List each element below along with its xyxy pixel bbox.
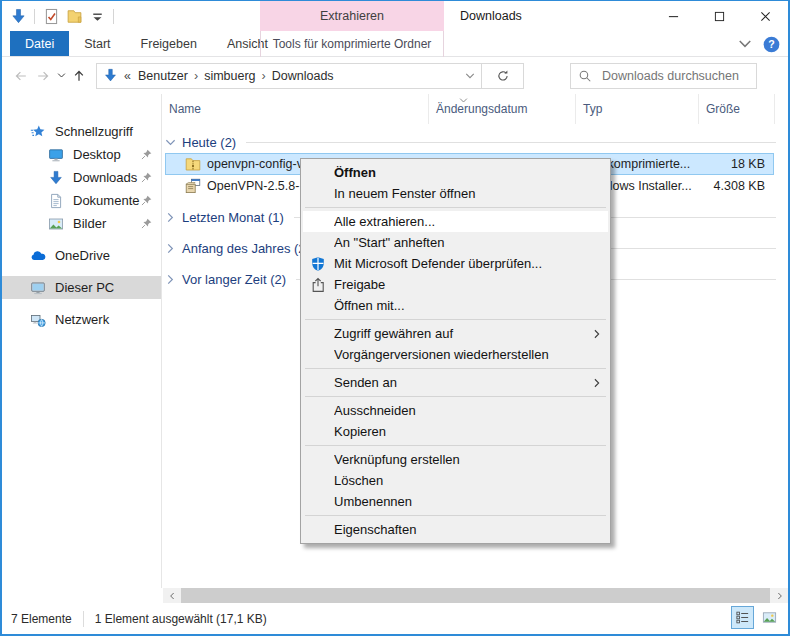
menu-item-verknüpfung-erstellen[interactable]: Verknüpfung erstellen <box>303 449 608 470</box>
file-size: 18 KB <box>700 157 773 171</box>
sidebar-item-downloads[interactable]: Downloads <box>2 166 161 189</box>
menu-item-vorgängerversionen-wiederherstellen[interactable]: Vorgängerversionen wiederherstellen <box>303 344 608 365</box>
main-area: SchnellzugriffDesktopDownloadsDokumenteB… <box>2 94 788 588</box>
column-header-label: Änderungsdatum <box>436 102 527 116</box>
column-header-size[interactable]: Größe <box>699 94 775 124</box>
chevron-down-icon[interactable] <box>165 137 176 148</box>
menu-item-freigabe[interactable]: Freigabe <box>303 274 608 295</box>
recent-locations-button[interactable] <box>54 64 68 88</box>
new-folder-icon <box>66 8 83 25</box>
sidebar-item-label: Downloads <box>73 170 137 185</box>
tab-start[interactable]: Start <box>69 31 125 56</box>
svg-text:?: ? <box>768 38 774 50</box>
tab-datei[interactable]: Datei <box>10 31 69 56</box>
installer-icon <box>185 178 201 194</box>
sidebar-item-label: Dokumente <box>73 193 139 208</box>
new-folder-button[interactable] <box>64 5 84 27</box>
search-box[interactable] <box>570 63 757 89</box>
forward-button[interactable] <box>32 64 54 88</box>
menu-item-in-neuem-fenster-öffnen[interactable]: In neuem Fenster öffnen <box>303 183 608 204</box>
breadcrumb-segment-simbuerg[interactable]: simbuerg <box>201 69 258 83</box>
thumbnails-view-icon <box>762 610 777 625</box>
menu-item-alle-extrahieren[interactable]: Alle extrahieren... <box>303 211 608 232</box>
menu-item-zugriff-gewähren-auf[interactable]: Zugriff gewähren auf <box>303 323 608 344</box>
nav-buttons <box>10 64 90 88</box>
maximize-button[interactable] <box>696 1 742 31</box>
scroll-left-arrow[interactable] <box>163 588 180 603</box>
thumbnails-view-button[interactable] <box>758 606 781 629</box>
quick-access-toolbar <box>2 5 117 27</box>
menu-item-mit-microsoft-defender-überprüfen[interactable]: Mit Microsoft Defender überprüfen... <box>303 253 608 274</box>
menu-item-eigenschaften[interactable]: Eigenschaften <box>303 519 608 540</box>
address-bar[interactable]: « Benutzer›simbuerg›Downloads <box>96 63 482 89</box>
menu-item-umbenennen[interactable]: Umbenennen <box>303 491 608 512</box>
horizontal-scrollbar[interactable] <box>163 588 788 603</box>
file-pane: NameÄnderungsdatumTypGröße Heute (2)open… <box>162 94 788 588</box>
address-dropdown-icon[interactable] <box>465 71 475 81</box>
chevron-right-icon[interactable] <box>165 274 176 285</box>
sidebar-item-netzwerk[interactable]: Netzwerk <box>2 308 161 331</box>
breadcrumb-collapsed-marker[interactable]: « <box>124 69 131 83</box>
downloads-icon <box>10 8 27 25</box>
tab-freigeben[interactable]: Freigeben <box>126 31 212 56</box>
sidebar-item-label: Netzwerk <box>55 312 109 327</box>
sidebar-item-dieser-pc[interactable]: Dieser PC <box>2 276 161 299</box>
column-header-date[interactable]: Änderungsdatum <box>429 94 576 124</box>
up-button[interactable] <box>68 64 90 88</box>
maximize-icon <box>714 11 725 22</box>
menu-item-kopieren[interactable]: Kopieren <box>303 421 608 442</box>
column-header-label: Typ <box>583 102 602 116</box>
breadcrumb-segment-benutzer[interactable]: Benutzer <box>135 69 191 83</box>
minimize-icon <box>668 11 679 22</box>
refresh-button[interactable] <box>482 63 524 89</box>
item-count: 7 Elemente <box>11 612 72 626</box>
sidebar-item-dokumente[interactable]: Dokumente <box>2 189 161 212</box>
help-button[interactable]: ? <box>763 36 780 53</box>
explorer-window: Extrahieren Downloads Datei StartFreigeb… <box>0 0 790 636</box>
scroll-right-arrow[interactable] <box>771 588 788 603</box>
menu-item-label: Umbenennen <box>334 494 602 509</box>
menu-separator <box>305 319 606 320</box>
column-header-name[interactable]: Name <box>162 94 429 124</box>
menu-item-senden-an[interactable]: Senden an <box>303 372 608 393</box>
window-title: Downloads <box>460 1 522 31</box>
search-input[interactable] <box>600 68 749 84</box>
status-divider <box>83 611 84 627</box>
menu-item-an-start-anheften[interactable]: An "Start" anheften <box>303 232 608 253</box>
menu-item-löschen[interactable]: Löschen <box>303 470 608 491</box>
menu-item-label: Zugriff gewähren auf <box>334 326 592 341</box>
minimize-button[interactable] <box>650 1 696 31</box>
window-menu-button[interactable] <box>8 5 28 27</box>
ribbon-collapse-button[interactable] <box>738 37 752 51</box>
sidebar-item-label: Schnellzugriff <box>55 124 133 139</box>
properties-check-icon <box>43 8 60 25</box>
menu-separator <box>305 368 606 369</box>
menu-separator <box>305 207 606 208</box>
status-bar: 7 Elemente 1 Element ausgewählt (17,1 KB… <box>2 603 788 634</box>
sidebar-item-schnellzugriff[interactable]: Schnellzugriff <box>2 120 161 143</box>
customize-qat-button[interactable] <box>87 5 107 27</box>
menu-item-ausschneiden[interactable]: Ausschneiden <box>303 400 608 421</box>
tab-tools-komprimierte-ordner[interactable]: Tools für komprimierte Ordner <box>260 31 444 57</box>
menu-item-label: Verknüpfung erstellen <box>334 452 602 467</box>
sidebar-item-label: Dieser PC <box>55 280 114 295</box>
menu-item-öffnen[interactable]: Öffnen <box>303 162 608 183</box>
sidebar-item-bilder[interactable]: Bilder <box>2 212 161 235</box>
group-label: Letzten Monat (1) <box>182 210 284 225</box>
scrollbar-thumb[interactable] <box>181 588 770 603</box>
chevron-right-icon[interactable] <box>165 212 176 223</box>
pin-icon <box>140 217 153 230</box>
group-header-heute-2[interactable]: Heute (2) <box>162 131 788 153</box>
properties-button[interactable] <box>41 5 61 27</box>
menu-item-label: Eigenschaften <box>334 522 602 537</box>
close-button[interactable] <box>742 1 788 31</box>
sidebar-item-onedrive[interactable]: OneDrive <box>2 244 161 267</box>
breadcrumb-segment-downloads[interactable]: Downloads <box>269 69 337 83</box>
chevron-right-icon[interactable] <box>165 243 176 254</box>
column-header-type[interactable]: Typ <box>576 94 699 124</box>
details-view-button[interactable] <box>731 606 754 629</box>
sidebar-item-desktop[interactable]: Desktop <box>2 143 161 166</box>
contextual-tab-group-label: Extrahieren <box>320 9 384 23</box>
back-button[interactable] <box>10 64 32 88</box>
menu-item-öffnen-mit[interactable]: Öffnen mit... <box>303 295 608 316</box>
